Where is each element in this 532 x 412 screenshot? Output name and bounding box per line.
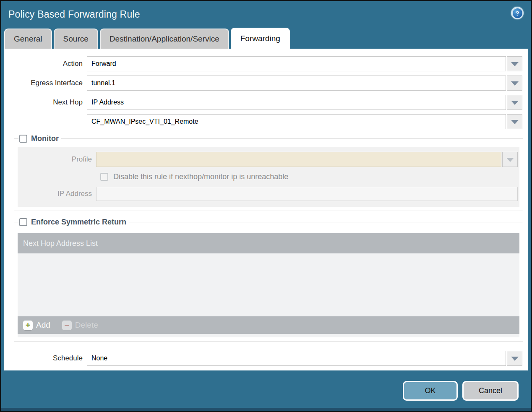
schedule-input[interactable] — [87, 351, 506, 366]
grid-bottom-strip — [18, 334, 519, 337]
grid-header-row: Next Hop Address List — [18, 233, 519, 253]
next-hop-address-input[interactable] — [87, 114, 506, 129]
chevron-down-icon — [506, 157, 515, 162]
plus-icon: + — [23, 321, 33, 330]
egress-interface-dropdown-button[interactable] — [507, 76, 522, 91]
grid-body-empty — [18, 253, 519, 316]
disable-rule-row: Disable this rule if nexthop/monitor ip … — [100, 172, 519, 181]
disable-rule-label: Disable this rule if nexthop/monitor ip … — [113, 172, 288, 181]
dialog-title: Policy Based Forwarding Rule — [8, 9, 140, 20]
grid-toolbar: + Add − Delete — [18, 316, 519, 334]
symmetric-return-fieldset: Enforce Symmetric Return Next Hop Addres… — [14, 218, 523, 342]
chevron-down-icon — [510, 61, 519, 67]
add-button[interactable]: + Add — [23, 321, 50, 330]
minus-icon: − — [62, 321, 72, 330]
dialog-bottom-strip — [1, 408, 531, 411]
chevron-down-icon — [510, 100, 519, 105]
disable-rule-checkbox — [100, 173, 108, 181]
symmetric-return-legend: Enforce Symmetric Return — [18, 218, 129, 227]
monitor-legend-label: Monitor — [31, 134, 59, 143]
monitor-ip-address-input — [96, 187, 518, 201]
profile-row: Profile — [18, 152, 519, 167]
symmetric-return-checkbox[interactable] — [19, 218, 27, 226]
next-hop-row: Next Hop — [4, 95, 528, 110]
chevron-down-icon — [510, 119, 519, 125]
action-label: Action — [4, 60, 87, 68]
egress-interface-input[interactable] — [87, 76, 506, 91]
chevron-down-icon — [510, 356, 519, 361]
next-hop-type-dropdown-button[interactable] — [507, 95, 522, 110]
profile-label: Profile — [18, 155, 96, 164]
action-dropdown-button[interactable] — [507, 56, 522, 71]
monitor-fieldset: Monitor Profile Disa — [14, 134, 523, 211]
symmetric-return-legend-label: Enforce Symmetric Return — [31, 218, 126, 227]
next-hop-address-dropdown-button[interactable] — [507, 114, 522, 129]
tab-bar: General Source Destination/Application/S… — [1, 28, 531, 49]
tab-destination-application-service[interactable]: Destination/Application/Service — [100, 29, 229, 49]
help-button[interactable]: ? — [511, 7, 524, 19]
delete-button-label: Delete — [75, 321, 98, 330]
chevron-down-icon — [510, 81, 519, 86]
dialog-footer: OK Cancel — [403, 381, 519, 401]
policy-based-forwarding-dialog: Policy Based Forwarding Rule ? General S… — [0, 0, 532, 412]
tab-source[interactable]: Source — [54, 29, 98, 49]
help-icon: ? — [513, 8, 522, 18]
schedule-row: Schedule — [4, 351, 528, 366]
tab-general[interactable]: General — [4, 29, 52, 49]
tab-forwarding[interactable]: Forwarding — [231, 28, 290, 49]
add-button-label: Add — [36, 321, 50, 330]
next-hop-label: Next Hop — [4, 98, 87, 107]
monitor-ip-address-label: IP Address — [18, 190, 96, 198]
action-input[interactable] — [87, 56, 506, 71]
dialog-titlebar: Policy Based Forwarding Rule — [1, 1, 531, 28]
delete-button: − Delete — [62, 321, 98, 330]
profile-input — [96, 152, 501, 167]
profile-dropdown-button — [502, 152, 518, 167]
egress-interface-row: Egress Interface — [4, 76, 528, 91]
schedule-dropdown-button[interactable] — [507, 351, 522, 366]
grid-header-next-hop-address-list: Next Hop Address List — [23, 239, 98, 248]
next-hop-type-input[interactable] — [87, 95, 506, 110]
egress-interface-label: Egress Interface — [4, 79, 87, 87]
monitor-disabled-panel: Profile Disable this rule if nexthop/mon… — [18, 147, 519, 207]
monitor-checkbox[interactable] — [19, 135, 27, 143]
monitor-legend: Monitor — [18, 134, 61, 143]
next-hop-address-list-grid: Next Hop Address List + Add − Delete — [18, 233, 519, 337]
tab-content-forwarding: Action Egress Interface — [4, 49, 528, 370]
ok-button[interactable]: OK — [403, 381, 458, 401]
next-hop-address-row — [4, 114, 528, 129]
cancel-button[interactable]: Cancel — [462, 381, 519, 401]
monitor-ip-address-row: IP Address — [18, 186, 519, 201]
action-row: Action — [4, 56, 528, 71]
schedule-label: Schedule — [4, 354, 87, 362]
